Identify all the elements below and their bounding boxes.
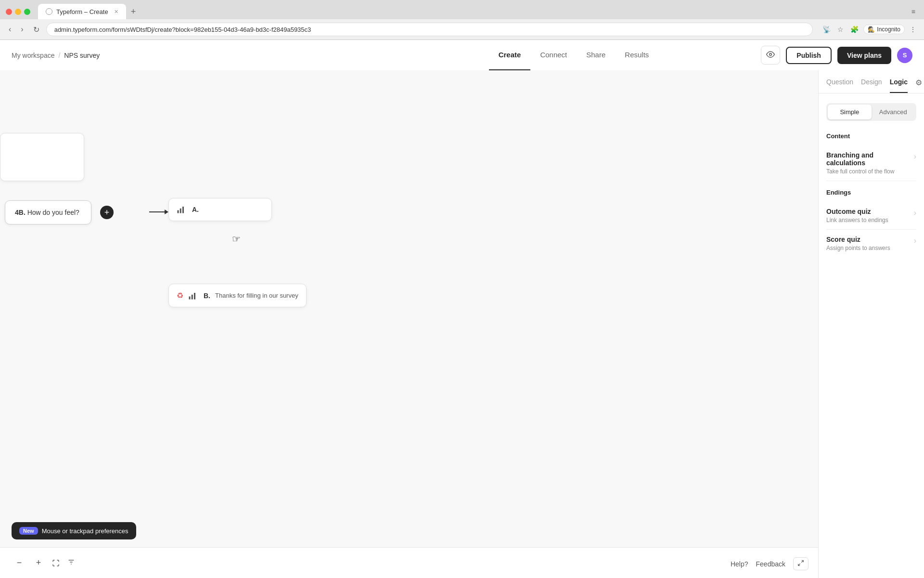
expand-panel-btn[interactable] [793,557,808,570]
branching-title: Branching and calculations [826,151,910,167]
recycle-icon: ♻ [177,291,183,300]
extensions-btn[interactable]: 🧩 [848,25,860,34]
workspace-link[interactable]: My workspace [12,52,54,59]
browser-tab[interactable]: Typeform – Create ✕ [38,4,126,19]
node-b-text: Thanks for filling in our survey [215,292,298,299]
question-number: 4B. [15,209,26,216]
fit-icon [52,559,60,567]
expand-icon [797,560,804,566]
preview-btn[interactable] [761,46,780,65]
tab-question[interactable]: Question [826,78,853,93]
cast-btn[interactable]: 📡 [821,25,833,34]
tab-menu-btn[interactable]: ≡ [909,8,918,15]
feedback-link[interactable]: Feedback [756,560,785,568]
branching-item-text: Branching and calculations Take full con… [826,151,910,175]
bar-icon-a [177,205,185,214]
tab-share[interactable]: Share [577,40,615,71]
breadcrumb-current: NPS survey [64,52,100,59]
settings-icon[interactable]: ⚙ [915,78,922,93]
zoom-in-btn[interactable]: + [31,555,46,571]
bottom-bar: − + [0,547,818,578]
address-bar[interactable] [46,23,813,36]
breadcrumb-separator: / [58,52,60,59]
score-quiz-item[interactable]: Score quiz Assign points to answers › [826,230,916,257]
toggle-simple-btn[interactable]: Simple [828,105,872,119]
tab-create[interactable]: Create [489,40,531,71]
logic-section: Simple Advanced Content Branching and ca… [819,93,924,267]
tab-favicon [46,8,52,15]
node-b[interactable]: ♻ B. Thanks for filling in our survey [168,284,307,307]
help-link[interactable]: Help? [731,560,748,568]
incognito-label: Incognito [877,26,900,33]
cursor-hand: ☞ [232,233,241,245]
outcome-quiz-desc: Link answers to endings [826,217,910,223]
forward-btn[interactable]: › [18,24,26,35]
window-min-btn[interactable] [15,9,21,15]
score-arrow: › [914,236,916,245]
new-tab-btn[interactable]: + [128,7,139,17]
tab-title: Typeform – Create [56,8,108,15]
svg-rect-2 [180,209,181,213]
header-actions: Publish View plans S [761,46,912,65]
breadcrumb: My workspace / NPS survey [12,52,386,59]
tab-connect[interactable]: Connect [530,40,577,71]
score-quiz-desc: Assign points to answers [826,245,910,251]
prev-node-card[interactable] [0,133,84,181]
outcome-quiz-text: Outcome quiz Link answers to endings [826,208,910,223]
tab-logic[interactable]: Logic [890,78,908,93]
connector-line [149,211,166,212]
zoom-controls: − + [12,555,77,571]
svg-rect-1 [178,210,179,213]
incognito-indicator: 🕵 Incognito [863,25,905,34]
toast-badge: New [19,527,38,535]
window-max-btn[interactable] [24,9,30,15]
filter-btn[interactable] [65,556,77,569]
view-plans-button[interactable]: View plans [837,47,891,64]
branching-arrow: › [914,152,916,161]
bottom-right-actions: Help? Feedback [731,557,808,570]
app-header: My workspace / NPS survey Create Connect… [0,40,924,71]
avatar[interactable]: S [897,48,912,63]
toast-text: Mouse or trackpad preferences [42,527,128,535]
node-a-label: A. [192,206,199,213]
add-node-btn[interactable]: + [100,206,114,219]
chart-icon-a [177,205,185,214]
publish-button[interactable]: Publish [786,47,832,64]
question-label-row: 4B. How do you feel? + [5,200,114,224]
tab-close-btn[interactable]: ✕ [114,9,118,15]
main-nav: Create Connect Share Results [386,40,761,71]
browser-menu-btn[interactable]: ⋮ [908,25,918,34]
bar-icon-b [188,291,197,300]
flow-container: 4B. How do you feel? + A. ♻ [0,70,818,578]
eye-icon [766,50,775,59]
zoom-out-btn[interactable]: − [12,555,27,571]
panel-tabs: Question Design Logic ⚙ [819,70,924,93]
question-box[interactable]: 4B. How do you feel? [5,200,91,224]
svg-line-10 [801,561,803,563]
chart-icon-b [188,291,197,300]
window-close-btn[interactable] [6,9,12,15]
outcome-quiz-item[interactable]: Outcome quiz Link answers to endings › [826,202,916,230]
tab-design[interactable]: Design [861,78,882,93]
toggle-advanced-btn[interactable]: Advanced [872,105,915,119]
content-section-label: Content [826,132,916,140]
toast-notification[interactable]: New Mouse or trackpad preferences [12,522,136,539]
score-quiz-text: Score quiz Assign points to answers [826,236,910,251]
back-btn[interactable]: ‹ [6,24,14,35]
svg-rect-6 [194,293,195,300]
incognito-icon: 🕵 [868,26,875,33]
svg-rect-3 [182,207,184,213]
svg-line-11 [798,564,800,565]
outcome-quiz-title: Outcome quiz [826,208,910,215]
node-b-label: B. [204,292,210,300]
refresh-btn[interactable]: ↻ [30,24,42,35]
bookmark-btn[interactable]: ☆ [835,25,846,34]
svg-rect-5 [192,294,193,299]
fit-btn[interactable] [50,557,62,569]
node-a[interactable]: A. [168,198,272,221]
tab-results[interactable]: Results [615,40,658,71]
filter-icon [67,558,75,566]
outcome-arrow: › [914,209,916,217]
branching-item[interactable]: Branching and calculations Take full con… [826,145,916,181]
logic-toggle-group: Simple Advanced [826,103,916,121]
